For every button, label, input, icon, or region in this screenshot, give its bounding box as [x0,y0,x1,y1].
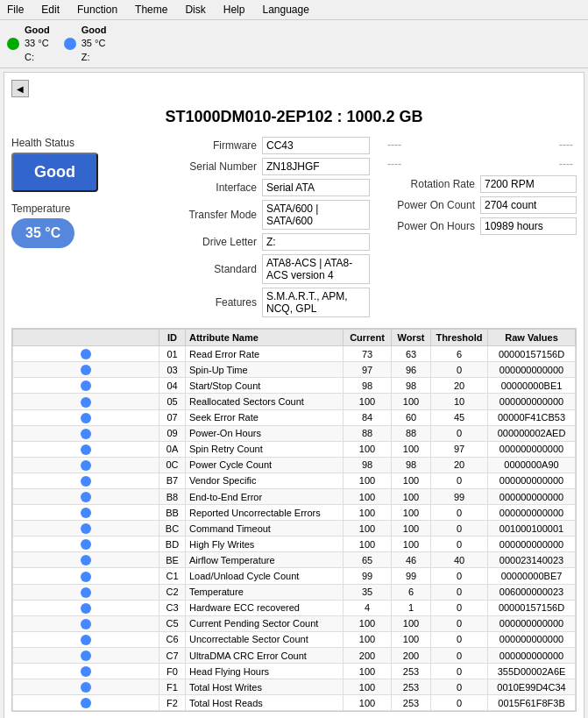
row-name: Airflow Temperature [186,552,344,568]
drive-z-indicator[interactable]: Good 35 °C Z: [64,24,107,64]
row-threshold: 20 [431,457,488,473]
table-row[interactable]: C7 UltraDMA CRC Error Count 200 200 0 00… [13,647,576,663]
serial-label: Serial Number [166,160,262,173]
temperature-label: Temperature [11,203,152,215]
row-current: 73 [344,346,392,362]
row-raw: 000000000000 [488,394,576,409]
menu-theme[interactable]: Theme [131,2,171,18]
power-on-hours-label: Power On Hours [384,220,480,232]
menu-function[interactable]: Function [74,2,121,18]
row-worst: 100 [392,489,431,505]
row-status-icon [81,539,91,550]
drive-z-temp: 35 °C [81,37,107,50]
menu-edit[interactable]: Edit [38,2,63,18]
table-row[interactable]: 04 Start/Stop Count 98 98 20 00000000BE1 [13,378,576,394]
row-id: BB [159,505,186,521]
row-name: Power Cycle Count [186,457,344,473]
row-worst: 100 [392,441,431,457]
menu-language[interactable]: Language [259,2,312,18]
row-icon-cell [13,695,159,711]
table-row[interactable]: 0C Power Cycle Count 98 98 20 0000000A90 [13,457,576,473]
rotation-row: Rotation Rate 7200 RPM [384,175,577,193]
table-row[interactable]: C5 Current Pending Sector Count 100 100 … [13,615,576,631]
interface-row: Interface Serial ATA [166,179,370,196]
table-row[interactable]: C6 Uncorrectable Sector Count 100 100 0 … [13,631,576,647]
row-name: High Fly Writes [186,537,344,552]
row-id: C1 [159,568,186,584]
table-row[interactable]: 09 Power-On Hours 88 88 0 000000002AED [13,425,576,441]
row-status-icon [81,682,91,693]
table-row[interactable]: F1 Total Host Writes 100 253 0 0010E99D4… [13,679,576,695]
standard-label: Standard [166,263,262,275]
transfer-row: Transfer Mode SATA/600 | SATA/600 [166,200,370,230]
row-current: 99 [344,568,392,584]
table-row[interactable]: C1 Load/Unload Cycle Count 99 99 0 00000… [13,568,576,584]
row-threshold: 97 [431,441,488,457]
menu-file[interactable]: File [4,2,27,18]
row-raw: 00000157156D [488,346,576,362]
row-raw: 001000100001 [488,521,576,537]
firmware-dashes-row: ---- ---- [384,137,577,153]
table-row[interactable]: F2 Total Host Reads 100 253 0 0015F61F8F… [13,695,576,711]
table-row[interactable]: BE Airflow Temperature 65 46 40 00002314… [13,552,576,568]
row-id: B8 [159,489,186,505]
table-row[interactable]: B8 End-to-End Error 100 100 99 000000000… [13,489,576,505]
row-current: 84 [344,409,392,425]
row-threshold: 0 [431,695,488,711]
health-status-badge[interactable]: Good [11,153,98,192]
row-raw: 000000000000 [488,615,576,631]
row-threshold: 45 [431,409,488,425]
row-current: 100 [344,695,392,711]
table-row[interactable]: BC Command Timeout 100 100 0 00100010000… [13,521,576,537]
row-worst: 100 [392,394,431,409]
menu-help[interactable]: Help [220,2,249,18]
table-row[interactable]: 07 Seek Error Rate 84 60 45 00000F41CB53 [13,409,576,425]
serial-row: Serial Number ZN18JHGF [166,158,370,175]
drive-z-info: Good 35 °C Z: [81,24,107,64]
table-row[interactable]: 05 Reallocated Sectors Count 100 100 10 … [13,394,576,409]
letter-row: Drive Letter Z: [166,233,370,251]
row-current: 97 [344,362,392,378]
row-status-icon [81,508,91,518]
row-status-icon [81,397,91,408]
row-name: Head Flying Hours [186,664,344,679]
firmware-row: Firmware CC43 [166,137,370,154]
drive-c-indicator[interactable]: Good 33 °C C: [7,24,50,64]
row-id: 03 [159,362,186,378]
drive-c-label: C: [25,51,50,64]
row-threshold: 10 [431,394,488,409]
row-name: Read Error Rate [186,346,344,362]
table-row[interactable]: BD High Fly Writes 100 100 0 00000000000… [13,537,576,552]
row-raw: 00000157156D [488,600,576,615]
row-icon-cell [13,473,159,488]
table-row[interactable]: B7 Vendor Specific 100 100 0 00000000000… [13,473,576,488]
table-row[interactable]: C3 Hardware ECC recovered 4 1 0 00000157… [13,600,576,615]
col-header-threshold: Threshold [431,330,488,346]
row-current: 98 [344,378,392,394]
row-status-icon [81,523,91,534]
row-icon-cell [13,394,159,409]
features-row: Features S.M.A.R.T., APM, NCQ, GPL [166,288,370,317]
row-threshold: 0 [431,647,488,663]
row-icon-cell [13,664,159,679]
row-icon-cell [13,537,159,552]
row-current: 98 [344,457,392,473]
transfer-label: Transfer Mode [166,209,262,221]
interface-value: Serial ATA [262,179,370,196]
table-row[interactable]: F0 Head Flying Hours 100 253 0 355D00002… [13,664,576,679]
table-row[interactable]: 03 Spin-Up Time 97 96 0 000000000000 [13,362,576,378]
menu-disk[interactable]: Disk [181,2,209,18]
row-worst: 46 [392,552,431,568]
table-row[interactable]: 0A Spin Retry Count 100 100 97 000000000… [13,441,576,457]
row-name: Reallocated Sectors Count [186,394,344,409]
row-icon-cell [13,584,159,600]
row-name: Total Host Reads [186,695,344,711]
nav-back-button[interactable]: ◀ [11,80,29,97]
row-icon-cell [13,679,159,695]
table-row[interactable]: 01 Read Error Rate 73 63 6 00000157156D [13,346,576,362]
row-worst: 100 [392,521,431,537]
table-row[interactable]: BB Reported Uncorrectable Errors 100 100… [13,505,576,521]
table-row[interactable]: C2 Temperature 35 6 0 006000000023 [13,584,576,600]
row-status-icon [81,476,91,487]
row-threshold: 0 [431,537,488,552]
